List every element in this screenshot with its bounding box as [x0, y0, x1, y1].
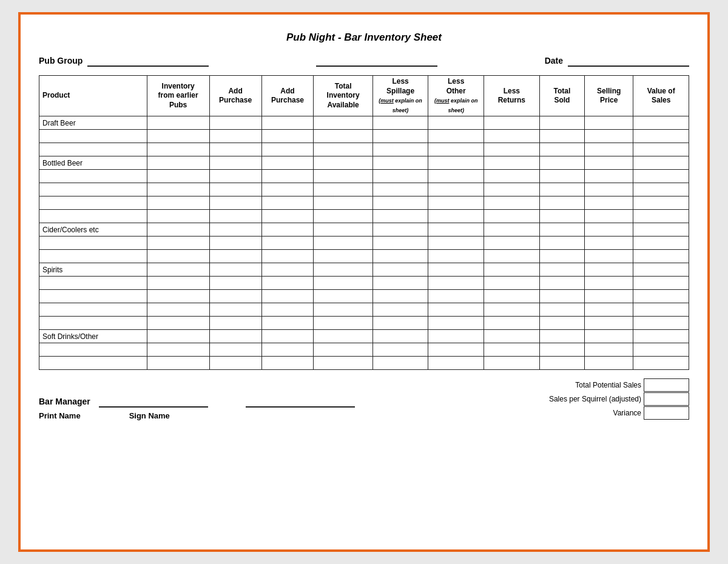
cell-add1[interactable] — [209, 290, 261, 303]
total-potential-sales-box[interactable] — [644, 378, 689, 392]
cell-spill[interactable] — [372, 196, 428, 210]
cell-total[interactable] — [314, 330, 372, 343]
cell-other[interactable] — [428, 237, 484, 250]
cell-add1[interactable] — [209, 183, 261, 196]
cell-spill[interactable] — [372, 317, 428, 330]
cell-returns[interactable] — [484, 223, 540, 237]
cell-sold[interactable] — [539, 303, 584, 317]
cell-returns[interactable] — [484, 330, 540, 343]
cell-value[interactable] — [633, 170, 689, 183]
cell-returns[interactable] — [484, 277, 540, 290]
cell-other[interactable] — [428, 183, 484, 196]
cell-price[interactable] — [585, 223, 633, 237]
cell-total[interactable] — [314, 357, 372, 370]
cell-sold[interactable] — [539, 277, 584, 290]
cell-add1[interactable] — [209, 156, 261, 170]
cell-returns[interactable] — [484, 250, 540, 263]
cell-other[interactable] — [428, 277, 484, 290]
cell-total[interactable] — [314, 210, 372, 223]
cell-spill[interactable] — [372, 303, 428, 317]
cell-inv[interactable] — [147, 196, 209, 210]
cell-inv[interactable] — [147, 277, 209, 290]
cell-total[interactable] — [314, 237, 372, 250]
cell-add2[interactable] — [261, 196, 314, 210]
cell-inv[interactable] — [147, 330, 209, 343]
cell-inv[interactable] — [147, 183, 209, 196]
cell-sold[interactable] — [539, 290, 584, 303]
cell-product[interactable] — [39, 357, 147, 370]
cell-add1[interactable] — [209, 317, 261, 330]
cell-sold[interactable] — [539, 357, 584, 370]
cell-sold[interactable] — [539, 330, 584, 343]
cell-price[interactable] — [585, 263, 633, 277]
cell-other[interactable] — [428, 196, 484, 210]
cell-value[interactable] — [633, 277, 689, 290]
cell-add1[interactable] — [209, 223, 261, 237]
cell-value[interactable] — [633, 237, 689, 250]
cell-sold[interactable] — [539, 237, 584, 250]
cell-product[interactable]: Spirits — [39, 263, 147, 277]
cell-price[interactable] — [585, 170, 633, 183]
cell-add2[interactable] — [261, 210, 314, 223]
cell-sold[interactable] — [539, 143, 584, 156]
cell-sold[interactable] — [539, 130, 584, 143]
cell-value[interactable] — [633, 143, 689, 156]
cell-add1[interactable] — [209, 263, 261, 277]
cell-add2[interactable] — [261, 303, 314, 317]
cell-returns[interactable] — [484, 196, 540, 210]
cell-sold[interactable] — [539, 170, 584, 183]
cell-add1[interactable] — [209, 303, 261, 317]
cell-inv[interactable] — [147, 223, 209, 237]
variance-box[interactable] — [644, 406, 689, 420]
cell-inv[interactable] — [147, 290, 209, 303]
cell-other[interactable] — [428, 263, 484, 277]
cell-product[interactable] — [39, 170, 147, 183]
cell-returns[interactable] — [484, 290, 540, 303]
cell-price[interactable] — [585, 130, 633, 143]
cell-inv[interactable] — [147, 357, 209, 370]
cell-value[interactable] — [633, 196, 689, 210]
cell-returns[interactable] — [484, 183, 540, 196]
cell-add1[interactable] — [209, 237, 261, 250]
cell-returns[interactable] — [484, 170, 540, 183]
cell-returns[interactable] — [484, 343, 540, 357]
cell-sold[interactable] — [539, 223, 584, 237]
cell-price[interactable] — [585, 317, 633, 330]
cell-sold[interactable] — [539, 210, 584, 223]
cell-add1[interactable] — [209, 196, 261, 210]
cell-product[interactable]: Soft Drinks/Other — [39, 330, 147, 343]
cell-other[interactable] — [428, 290, 484, 303]
cell-other[interactable] — [428, 357, 484, 370]
cell-sold[interactable] — [539, 263, 584, 277]
cell-inv[interactable] — [147, 303, 209, 317]
cell-returns[interactable] — [484, 357, 540, 370]
cell-other[interactable] — [428, 250, 484, 263]
cell-spill[interactable] — [372, 330, 428, 343]
cell-add2[interactable] — [261, 130, 314, 143]
cell-add1[interactable] — [209, 250, 261, 263]
cell-sold[interactable] — [539, 196, 584, 210]
cell-value[interactable] — [633, 250, 689, 263]
cell-returns[interactable] — [484, 116, 540, 130]
cell-other[interactable] — [428, 303, 484, 317]
cell-other[interactable] — [428, 170, 484, 183]
cell-value[interactable] — [633, 223, 689, 237]
cell-spill[interactable] — [372, 263, 428, 277]
cell-total[interactable] — [314, 290, 372, 303]
cell-total[interactable] — [314, 250, 372, 263]
cell-returns[interactable] — [484, 317, 540, 330]
cell-spill[interactable] — [372, 183, 428, 196]
cell-sold[interactable] — [539, 116, 584, 130]
cell-product[interactable]: Draft Beer — [39, 116, 147, 130]
cell-product[interactable] — [39, 343, 147, 357]
cell-other[interactable] — [428, 343, 484, 357]
cell-spill[interactable] — [372, 237, 428, 250]
cell-inv[interactable] — [147, 143, 209, 156]
cell-total[interactable] — [314, 277, 372, 290]
cell-value[interactable] — [633, 290, 689, 303]
cell-other[interactable] — [428, 317, 484, 330]
cell-sold[interactable] — [539, 183, 584, 196]
cell-add1[interactable] — [209, 143, 261, 156]
cell-price[interactable] — [585, 343, 633, 357]
cell-add1[interactable] — [209, 130, 261, 143]
